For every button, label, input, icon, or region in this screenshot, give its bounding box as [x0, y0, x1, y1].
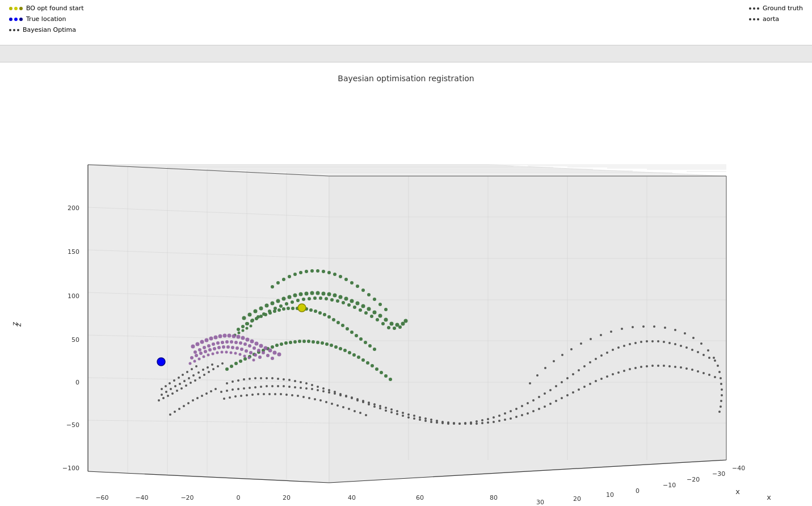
svg-point-75 [208, 371, 210, 373]
svg-point-66 [167, 395, 169, 397]
svg-point-249 [481, 419, 483, 421]
svg-point-236 [407, 416, 410, 419]
svg-point-227 [356, 399, 359, 402]
svg-point-147 [606, 375, 608, 378]
svg-point-251 [493, 416, 495, 419]
svg-point-299 [718, 411, 721, 413]
svg-point-361 [259, 307, 263, 311]
svg-point-381 [373, 311, 377, 315]
svg-point-483 [237, 335, 241, 339]
svg-point-278 [646, 340, 648, 342]
svg-point-307 [653, 325, 655, 328]
svg-point-94 [305, 387, 308, 390]
svg-point-204 [226, 382, 228, 384]
svg-point-535 [225, 351, 228, 354]
svg-point-212 [271, 377, 274, 379]
svg-point-48 [182, 374, 184, 376]
svg-point-420 [255, 317, 258, 320]
svg-point-358 [242, 316, 246, 320]
svg-point-293 [720, 377, 722, 379]
svg-point-111 [402, 412, 404, 414]
svg-point-404 [336, 299, 339, 303]
svg-point-342 [321, 341, 324, 345]
svg-point-47 [178, 377, 180, 379]
svg-point-464 [339, 275, 342, 278]
svg-point-511 [190, 356, 193, 359]
svg-point-383 [384, 318, 388, 322]
svg-point-290 [714, 359, 716, 362]
svg-point-230 [373, 405, 376, 408]
legend-label-aorta: aorta [763, 15, 779, 23]
svg-point-129 [504, 419, 506, 421]
svg-point-298 [720, 405, 722, 408]
svg-point-336 [293, 340, 297, 344]
svg-point-347 [343, 349, 347, 352]
svg-point-502 [234, 341, 238, 344]
svg-point-486 [250, 340, 254, 344]
svg-point-339 [307, 340, 310, 343]
svg-point-481 [228, 334, 232, 338]
svg-point-65 [162, 397, 165, 399]
y-tick-neg40: −40 [135, 494, 148, 501]
legend-label-ground-truth: Ground truth [763, 5, 803, 12]
svg-point-174 [263, 393, 265, 395]
svg-point-477 [209, 337, 213, 341]
x-tick-10: 10 [606, 491, 614, 499]
svg-point-233 [390, 411, 393, 413]
svg-point-108 [385, 407, 387, 409]
svg-point-457 [299, 271, 302, 274]
svg-point-331 [271, 345, 274, 349]
svg-marker-0 [88, 165, 329, 483]
x-tick-neg20: −20 [687, 476, 700, 483]
svg-point-409 [364, 311, 368, 315]
svg-point-407 [353, 306, 356, 309]
svg-point-71 [190, 382, 192, 384]
svg-point-70 [185, 384, 187, 387]
svg-point-516 [213, 347, 216, 350]
svg-point-182 [308, 397, 310, 399]
svg-point-494 [198, 348, 201, 352]
svg-point-375 [339, 295, 343, 299]
svg-point-146 [600, 378, 603, 380]
svg-point-61 [202, 369, 204, 371]
svg-point-92 [294, 386, 296, 388]
svg-point-96 [317, 389, 319, 391]
legend-dot-gt-1 [749, 7, 751, 10]
svg-point-151 [629, 368, 631, 370]
svg-point-219 [311, 384, 313, 386]
svg-point-312 [600, 334, 602, 336]
svg-point-69 [180, 387, 183, 390]
svg-point-159 [674, 366, 676, 368]
svg-point-201 [205, 392, 208, 395]
svg-point-259 [538, 396, 540, 398]
svg-point-366 [288, 295, 292, 299]
svg-point-446 [373, 348, 376, 351]
legend-item-true-location: True location [9, 15, 84, 23]
svg-point-116 [430, 419, 432, 421]
svg-point-458 [305, 270, 308, 273]
svg-point-257 [527, 402, 529, 404]
svg-point-275 [629, 343, 631, 345]
svg-point-224 [339, 393, 342, 395]
svg-point-73 [199, 377, 201, 379]
toolbar [0, 45, 812, 62]
legend-label-true-location: True location [26, 15, 66, 23]
x-axis-label-svg: x [767, 493, 771, 501]
svg-point-403 [330, 298, 334, 302]
svg-point-226 [351, 397, 353, 399]
svg-point-79 [220, 391, 222, 393]
svg-point-414 [393, 327, 396, 330]
svg-point-540 [248, 357, 251, 359]
svg-point-466 [350, 281, 354, 285]
svg-point-206 [237, 379, 239, 382]
x-axis-label: x [735, 487, 740, 496]
legend-dot-1 [9, 7, 12, 10]
svg-point-379 [361, 304, 365, 308]
svg-point-179 [291, 394, 293, 396]
svg-point-44 [165, 385, 167, 387]
svg-point-519 [226, 345, 230, 349]
svg-point-136 [544, 405, 546, 408]
svg-point-234 [396, 413, 398, 415]
svg-point-387 [404, 319, 408, 323]
svg-point-77 [217, 365, 219, 367]
